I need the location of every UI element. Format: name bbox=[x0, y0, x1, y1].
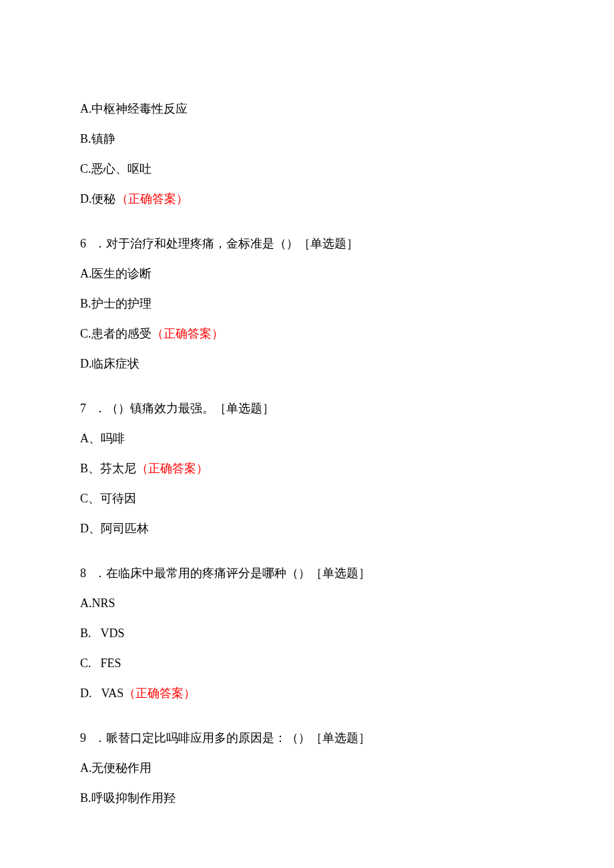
correct-answer-marker: （正确答案） bbox=[116, 192, 188, 205]
q8-option-d-label: D. bbox=[80, 687, 92, 700]
q8-option-c-value: FES bbox=[101, 657, 121, 670]
question-6: 6．对于治疗和处理疼痛，金标准是（）［单选题］ A.医生的诊断 B.护士的护理 … bbox=[80, 235, 534, 373]
correct-answer-marker: （正确答案） bbox=[151, 327, 224, 340]
q8-option-c: C.FES bbox=[80, 655, 534, 673]
correct-answer-marker: （正确答案） bbox=[123, 687, 196, 700]
q7-number: 7 bbox=[80, 400, 86, 418]
q7-option-a: A、吗啡 bbox=[80, 430, 534, 448]
q7-stem: 7．（）镇痛效力最强。［单选题］ bbox=[80, 400, 534, 418]
q8-option-d-value: VAS bbox=[101, 687, 124, 700]
q6-option-b: B.护士的护理 bbox=[80, 295, 534, 313]
q8-stem: 8．在临床中最常用的疼痛评分是哪种（）［单选题］ bbox=[80, 564, 534, 582]
q6-number: 6 bbox=[80, 235, 86, 253]
question-5-partial: A.中枢神经毒性反应 B.镇静 C.恶心、呕吐 D.便秘（正确答案） bbox=[80, 100, 534, 208]
q5-option-d: D.便秘（正确答案） bbox=[80, 190, 534, 208]
q8-option-b-label: B. bbox=[80, 626, 91, 640]
q7-option-b-text: B、芬太尼 bbox=[80, 462, 136, 475]
q9-option-b: B.呼吸抑制作用羟 bbox=[80, 789, 534, 807]
q6-text: ．对于治疗和处理疼痛，金标准是（）［单选题］ bbox=[94, 237, 358, 250]
q7-option-d: D、阿司匹林 bbox=[80, 520, 534, 538]
q6-option-a: A.医生的诊断 bbox=[80, 265, 534, 283]
q8-option-a: A.NRS bbox=[80, 594, 534, 612]
q8-option-b: B.VDS bbox=[80, 624, 534, 642]
q6-option-d: D.临床症状 bbox=[80, 355, 534, 373]
q9-option-a: A.无便秘作用 bbox=[80, 759, 534, 777]
q8-option-d: D.VAS（正确答案） bbox=[80, 685, 534, 703]
q7-option-b: B、芬太尼（正确答案） bbox=[80, 460, 534, 478]
q8-option-b-value: VDS bbox=[101, 626, 125, 640]
q7-option-c: C、可待因 bbox=[80, 490, 534, 508]
question-7: 7．（）镇痛效力最强。［单选题］ A、吗啡 B、芬太尼（正确答案） C、可待因 … bbox=[80, 400, 534, 538]
q9-text: ．哌替口定比吗啡应用多的原因是：（）［单选题］ bbox=[94, 731, 370, 745]
q5-option-a: A.中枢神经毒性反应 bbox=[80, 100, 534, 118]
q6-stem: 6．对于治疗和处理疼痛，金标准是（）［单选题］ bbox=[80, 235, 534, 253]
q5-option-b: B.镇静 bbox=[80, 130, 534, 148]
q6-option-c-text: C.患者的感受 bbox=[80, 327, 151, 340]
q8-number: 8 bbox=[80, 564, 86, 582]
q9-number: 9 bbox=[80, 729, 86, 747]
q8-option-c-label: C. bbox=[80, 657, 91, 670]
q5-option-c: C.恶心、呕吐 bbox=[80, 160, 534, 178]
correct-answer-marker: （正确答案） bbox=[136, 462, 208, 475]
question-9: 9．哌替口定比吗啡应用多的原因是：（）［单选题］ A.无便秘作用 B.呼吸抑制作… bbox=[80, 729, 534, 807]
q9-stem: 9．哌替口定比吗啡应用多的原因是：（）［单选题］ bbox=[80, 729, 534, 747]
q8-text: ．在临床中最常用的疼痛评分是哪种（）［单选题］ bbox=[94, 566, 370, 580]
q5-option-d-text: D.便秘 bbox=[80, 192, 116, 205]
question-8: 8．在临床中最常用的疼痛评分是哪种（）［单选题］ A.NRS B.VDS C.F… bbox=[80, 564, 534, 703]
q7-text: ．（）镇痛效力最强。［单选题］ bbox=[94, 402, 274, 415]
q6-option-c: C.患者的感受（正确答案） bbox=[80, 325, 534, 343]
